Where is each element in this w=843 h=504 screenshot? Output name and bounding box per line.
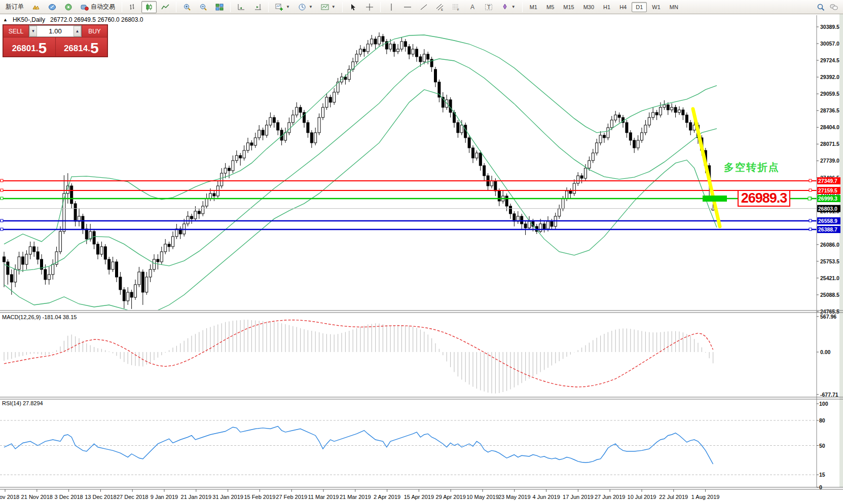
rsi-tick-label: 0 [819,484,822,490]
svg-text:F: F [457,8,459,11]
candle [644,125,647,133]
candle [449,100,452,112]
rsi-pane: 1008050150 [0,401,828,490]
candle [674,107,677,112]
price-callout-label[interactable]: 26989.3 [738,190,790,207]
history-center-icon[interactable] [28,1,44,13]
candlestick-mode-button[interactable] [141,1,157,13]
sell-button[interactable]: SELL [4,25,28,37]
timeframe-w1[interactable]: W1 [648,2,665,12]
text-tool[interactable]: A [465,1,480,13]
candles-layer [3,32,715,309]
candle [33,247,35,252]
candle [333,92,336,102]
timeframe-m15[interactable]: M15 [559,2,578,12]
metaeditor-icon-button[interactable] [45,1,60,13]
text-label-tool[interactable]: T [481,1,496,13]
line-handle[interactable] [1,189,3,191]
price-tick-label: 30057.0 [820,41,839,47]
cursor-tool-button[interactable] [346,1,361,13]
volume-input[interactable] [37,26,74,36]
line-handle[interactable] [808,197,811,200]
candle [584,168,587,178]
chat-icon[interactable] [830,3,838,11]
candle [629,133,632,140]
line-handle[interactable] [809,228,812,230]
date-label: 9 Nov 2018 [0,494,19,500]
candle [25,254,28,264]
search-icon[interactable] [817,3,825,11]
candle [52,264,54,275]
sell-price-button[interactable]: 26801.5 [4,37,55,56]
timeframe-m5[interactable]: M5 [542,2,558,12]
chart-shift-button[interactable] [250,1,265,13]
candle [18,257,20,269]
buy-price-button[interactable]: 26814.5 [56,37,107,56]
line-handle[interactable] [809,189,812,191]
line-handle[interactable] [1,197,3,200]
trendline-tool[interactable] [416,1,431,13]
candle [164,244,167,252]
line-handle[interactable] [809,179,812,182]
tile-windows-button[interactable] [212,1,227,13]
equidistant-channel-tool[interactable]: E [432,1,448,13]
line-handle[interactable] [1,219,3,222]
candle [610,120,613,128]
price-tick-label: 25088.5 [820,292,839,298]
timeframe-mn[interactable]: MN [666,2,682,12]
timeframe-d1[interactable]: D1 [632,2,647,12]
candle [243,150,245,158]
candlestick-icon [145,3,153,11]
buy-button[interactable]: BUY [82,25,107,37]
volume-increase-button[interactable]: ▲ [74,26,81,36]
new-chart-icon [275,3,283,11]
timeframe-h4[interactable]: H4 [615,2,631,12]
line-handle[interactable] [809,219,812,222]
bollinger-lower [4,90,717,314]
candle [194,211,197,219]
auto-scroll-button[interactable] [234,1,249,13]
date-label: 10 Jul 2019 [628,494,656,500]
symbol-label: HK50-,Daily [13,16,45,23]
candle [70,186,73,204]
trendline-object[interactable] [693,109,720,226]
period-button[interactable]: ▼ [295,1,316,13]
signal-icon-button[interactable] [61,1,76,13]
candle [296,107,298,115]
fibonacci-tool[interactable]: F [449,1,464,13]
timeframe-h1[interactable]: H1 [599,2,614,12]
timeframe-m1[interactable]: M1 [526,2,541,12]
new-order-button[interactable]: 新订单 [2,1,27,13]
rsi-tick-label: 15 [819,472,825,478]
volume-decrease-button[interactable]: ▼ [29,26,37,36]
template-button[interactable]: ▼ [317,1,339,13]
collapse-triangle-icon[interactable]: ▲ [3,17,8,22]
shapes-tool[interactable]: ▼ [497,1,519,13]
candle [3,257,6,262]
text-icon: A [468,3,477,11]
timeframe-m30[interactable]: M30 [579,2,598,12]
line-chart-mode-button[interactable] [158,1,173,13]
trendline-icon [420,3,428,11]
auto-trading-button[interactable]: 自动交易 [77,1,119,13]
horizontal-line-tool[interactable] [400,1,415,13]
chart-annotation-text[interactable]: 多空转折点 [724,161,780,174]
label-icon: T [485,3,493,11]
candle [366,44,369,52]
new-chart-button[interactable]: ▼ [272,1,294,13]
line-handle[interactable] [1,179,3,182]
candle [363,49,365,52]
candle [427,54,429,59]
line-handle[interactable] [1,228,3,230]
bar-chart-mode-button[interactable] [125,1,140,13]
zoom-in-button[interactable] [179,1,195,13]
zoom-out-button[interactable] [196,1,211,13]
green-highlight-segment[interactable] [703,196,727,202]
candle [393,44,395,52]
vertical-line-tool[interactable] [384,1,399,13]
candle [592,153,594,161]
toolbar-separator [522,2,523,12]
crosshair-tool-button[interactable] [362,1,377,13]
chart-canvas[interactable]: 30389.530057.029724.529392.029059.528736… [0,14,843,504]
toolbar-separator [342,2,343,12]
